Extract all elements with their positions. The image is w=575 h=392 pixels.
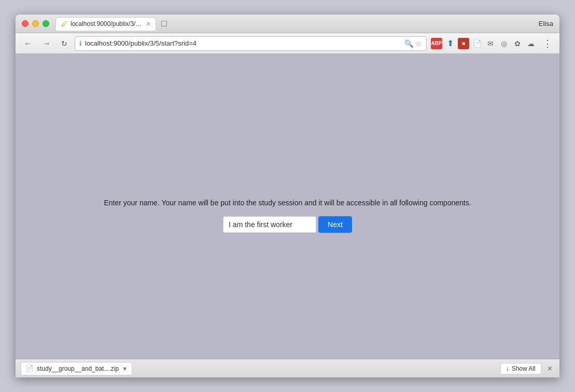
show-all-button[interactable]: ↓ Show All [500, 363, 541, 374]
bookmark-icon[interactable]: ☆ [415, 39, 422, 48]
page-content: Enter your name. Your name will be put i… [16, 54, 559, 377]
download-arrow-icon[interactable]: ▼ [122, 366, 128, 372]
secure-icon: ℹ [79, 40, 82, 47]
tree-icon-button[interactable]: ✿ [512, 38, 523, 49]
downloads-bar: 📄 study__group__and_bat....zip ▼ ↓ Show … [16, 359, 559, 377]
abp-extension-button[interactable]: ABP [431, 38, 442, 49]
close-downloads-button[interactable]: × [545, 364, 554, 373]
instruction-text: Enter your name. Your name will be put i… [104, 199, 471, 207]
show-all-label: Show All [512, 365, 536, 372]
mail-icon-button[interactable]: ✉ [485, 38, 496, 49]
active-tab[interactable]: 🖊 localhost:9000/publix/3/5/sta... × [55, 17, 156, 31]
browser-window: 🖊 localhost:9000/publix/3/5/sta... × □ E… [16, 15, 559, 377]
red-extension-button[interactable]: ■ [458, 38, 469, 49]
back-button[interactable]: ← [21, 37, 35, 50]
minimize-button[interactable] [32, 20, 39, 27]
address-bar-actions: 🔍 ☆ [404, 39, 422, 48]
download-filename: study__group__and_bat....zip [37, 365, 119, 372]
tab-title: localhost:9000/publix/3/5/sta... [71, 20, 143, 27]
browser-menu-button[interactable]: ⋮ [541, 37, 554, 50]
cloud-icon-button[interactable]: ☁ [525, 38, 537, 49]
arrow-extension-button[interactable]: ⬆ [444, 38, 456, 49]
tab-favicon-icon: 🖊 [61, 20, 67, 27]
new-tab-button[interactable]: □ [158, 18, 170, 29]
forward-button[interactable]: → [39, 37, 54, 50]
search-icon[interactable]: 🔍 [404, 39, 413, 48]
tab-bar: 🖊 localhost:9000/publix/3/5/sta... × □ [55, 17, 539, 31]
name-input[interactable] [223, 216, 316, 233]
traffic-lights [22, 20, 49, 27]
reload-button[interactable]: ↻ [58, 37, 71, 50]
next-button[interactable]: Next [318, 216, 352, 233]
maximize-button[interactable] [43, 20, 49, 27]
download-item[interactable]: 📄 study__group__and_bat....zip ▼ [21, 362, 132, 375]
toolbar: ← → ↻ ℹ localhost:9000/publix/3/5/start?… [16, 33, 559, 54]
address-bar[interactable]: ℹ localhost:9000/publix/3/5/start?srid=4… [75, 36, 427, 51]
input-row: Next [223, 216, 352, 233]
page-icon-button[interactable]: 📄 [471, 38, 483, 49]
close-button[interactable] [22, 20, 29, 27]
download-file-icon: 📄 [25, 365, 34, 372]
show-all-download-icon: ↓ [506, 365, 509, 372]
tab-close-icon[interactable]: × [146, 20, 150, 27]
circle-icon-button[interactable]: ◎ [498, 38, 510, 49]
address-text: localhost:9000/publix/3/5/start?srid=4 [85, 39, 401, 47]
toolbar-extensions: ABP ⬆ ■ 📄 ✉ ◎ ✿ ☁ [431, 38, 537, 49]
user-name: Elisa [539, 20, 553, 27]
title-bar: 🖊 localhost:9000/publix/3/5/sta... × □ E… [16, 15, 559, 33]
